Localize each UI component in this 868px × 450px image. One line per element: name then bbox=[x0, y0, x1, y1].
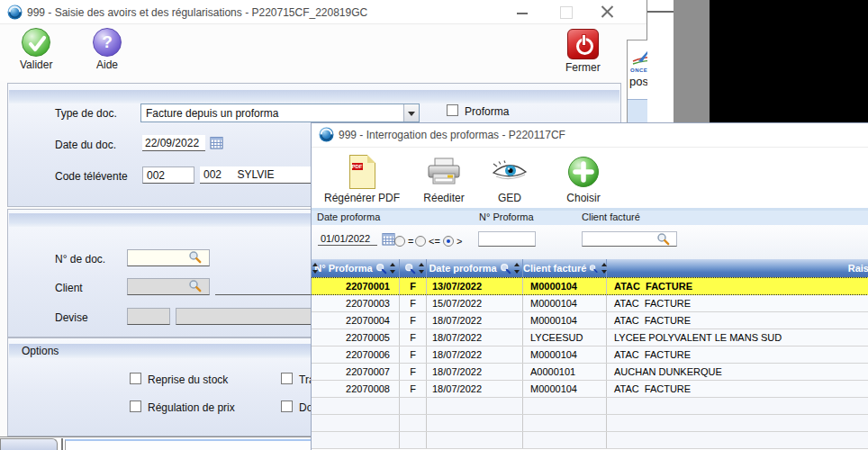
regulation-prix-label: Régulation de prix bbox=[148, 401, 235, 414]
filter-num-label: N° Proforma bbox=[479, 212, 534, 222]
header-client-facture[interactable]: Client facturé bbox=[523, 259, 607, 277]
window-title: 999 - Saisie des avoirs et des régularis… bbox=[27, 6, 367, 19]
power-icon bbox=[567, 29, 599, 59]
desktop-gray-strip bbox=[674, 0, 710, 123]
cell-type bbox=[400, 432, 427, 448]
sort-icon[interactable] bbox=[601, 263, 607, 274]
table-row[interactable]: 22070001F13/07/2022M0000104ATAC FACTURE bbox=[312, 277, 868, 295]
code-televente-input[interactable]: 002 bbox=[142, 166, 194, 184]
date-doc-label: Date du doc. bbox=[55, 139, 116, 151]
reediter-button[interactable]: Réediter bbox=[411, 152, 477, 204]
aide-button[interactable]: ? Aide bbox=[93, 28, 122, 71]
radio-greater[interactable] bbox=[443, 236, 454, 247]
header-raison-sociale[interactable]: Rais bbox=[607, 259, 868, 277]
search-icon[interactable] bbox=[188, 279, 202, 292]
choisir-label: Choisir bbox=[566, 192, 600, 204]
calendar-icon[interactable] bbox=[210, 136, 223, 149]
sort-icon[interactable] bbox=[312, 263, 319, 274]
filter-num-input[interactable] bbox=[478, 231, 536, 247]
table-empty-row[interactable] bbox=[312, 398, 868, 415]
table-row[interactable]: 22070006F18/07/2022M0000104ATAC FACTURE bbox=[312, 346, 868, 364]
titlebar-interrogation[interactable]: 999 - Interrogation des proformas - P220… bbox=[312, 123, 868, 148]
cell-client: M0000104 bbox=[523, 346, 607, 363]
sort-icon[interactable] bbox=[390, 263, 396, 274]
regulation-prix-checkbox[interactable] bbox=[130, 400, 141, 412]
cell-num bbox=[312, 398, 400, 414]
cell-type: F bbox=[400, 329, 427, 346]
toolbar-saisie: Valider ? Aide Fermer bbox=[0, 25, 646, 81]
option-cut1-checkbox[interactable] bbox=[281, 373, 293, 384]
reediter-label: Réediter bbox=[423, 192, 464, 204]
chevron-down-icon[interactable] bbox=[403, 104, 419, 122]
proforma-table-body: 22070001F13/07/2022M0000104ATAC FACTURE2… bbox=[312, 277, 868, 449]
search-icon[interactable] bbox=[375, 263, 387, 274]
date-doc-input[interactable]: 22/09/2022 bbox=[142, 135, 205, 151]
regenerer-pdf-label: Régénérer PDF bbox=[324, 192, 400, 204]
choisir-button[interactable]: Choisir bbox=[547, 152, 619, 204]
cell-client: M0000104 bbox=[523, 312, 607, 328]
cell-num: 22070007 bbox=[312, 364, 400, 380]
ged-label: GED bbox=[498, 192, 521, 204]
sort-icon[interactable] bbox=[419, 263, 425, 274]
option-cut2-checkbox[interactable] bbox=[281, 400, 293, 412]
fermer-label: Fermer bbox=[565, 61, 601, 74]
bottom-tab-fragment[interactable] bbox=[0, 438, 58, 450]
proforma-label: Proforma bbox=[465, 105, 509, 118]
table-row[interactable]: 22070005F18/07/2022LYCEESUDLYCEE POLYVAL… bbox=[312, 329, 868, 346]
maximize-icon[interactable] bbox=[553, 0, 580, 23]
cell-date: 13/07/2022 bbox=[427, 278, 523, 294]
cell-date bbox=[427, 432, 523, 448]
search-icon[interactable] bbox=[404, 263, 416, 274]
desktop: 999 - Saisie des avoirs et des régularis… bbox=[0, 0, 868, 450]
reprise-stock-checkbox[interactable] bbox=[130, 373, 141, 384]
app-icon bbox=[319, 127, 334, 142]
search-icon[interactable] bbox=[500, 263, 511, 274]
window-title: 999 - Interrogation des proformas - P220… bbox=[339, 129, 565, 141]
options-title: Options bbox=[22, 345, 59, 357]
filter-date-input[interactable]: 01/01/2022 bbox=[318, 231, 377, 246]
table-row[interactable]: 22070007F18/07/2022A0000101AUCHAN DUNKER… bbox=[312, 364, 868, 381]
proforma-checkbox[interactable] bbox=[447, 104, 458, 116]
header-date-proforma[interactable]: Date proforma bbox=[427, 259, 523, 277]
cell-name bbox=[607, 398, 868, 414]
sort-icon[interactable] bbox=[514, 263, 520, 274]
cell-name: ATAC FACTURE bbox=[607, 278, 868, 294]
cell-type: F bbox=[400, 346, 427, 363]
search-icon[interactable] bbox=[188, 250, 202, 264]
cell-client: M0000104 bbox=[523, 381, 607, 397]
toolbar-interrogation: PDF Régénérer PDF Réediter bbox=[312, 148, 868, 208]
table-row[interactable]: 22070004F18/07/2022M0000104ATAC FACTURE bbox=[312, 312, 868, 329]
table-empty-row[interactable] bbox=[312, 415, 868, 432]
table-empty-row[interactable] bbox=[312, 432, 868, 449]
cell-name: ATAC FACTURE bbox=[607, 295, 868, 311]
calendar-icon[interactable] bbox=[382, 232, 395, 246]
minimize-icon[interactable] bbox=[510, 0, 537, 23]
section-band bbox=[9, 90, 619, 104]
radio-equal[interactable] bbox=[394, 236, 405, 247]
search-icon[interactable] bbox=[589, 263, 598, 274]
regenerer-pdf-button[interactable]: PDF Régénérer PDF bbox=[315, 152, 409, 204]
cell-date: 18/07/2022 bbox=[427, 346, 523, 363]
devise-label: Devise bbox=[55, 311, 88, 324]
header-type[interactable] bbox=[400, 259, 427, 277]
titlebar-saisie[interactable]: 999 - Saisie des avoirs et des régularis… bbox=[0, 0, 646, 24]
cell-date: 15/07/2022 bbox=[427, 295, 523, 311]
plus-icon bbox=[567, 152, 600, 192]
cell-client: M0000104 bbox=[523, 278, 607, 294]
valider-button[interactable]: Valider bbox=[20, 28, 52, 71]
fermer-button[interactable]: Fermer bbox=[565, 29, 601, 74]
type-doc-value: Facture depuis un proforma bbox=[141, 107, 403, 120]
table-row[interactable]: 22070008F18/07/2022M0000104ATAC FACTURE bbox=[312, 381, 868, 398]
table-row[interactable]: 22070003F15/07/2022M0000104ATAC FACTURE bbox=[312, 295, 868, 312]
ged-button[interactable]: GED bbox=[479, 152, 540, 204]
cell-num: 22070004 bbox=[312, 312, 400, 328]
type-doc-select[interactable]: Facture depuis un proforma bbox=[140, 104, 420, 122]
search-icon[interactable] bbox=[656, 232, 670, 246]
header-num-proforma[interactable]: N° Proforma bbox=[312, 259, 400, 277]
cell-type: F bbox=[400, 364, 427, 380]
app-icon bbox=[7, 4, 23, 20]
radio-less-equal[interactable] bbox=[415, 236, 426, 247]
close-icon[interactable] bbox=[594, 0, 621, 23]
filter-client-label: Client facturé bbox=[582, 212, 640, 222]
cell-client: LYCEESUD bbox=[523, 329, 607, 346]
